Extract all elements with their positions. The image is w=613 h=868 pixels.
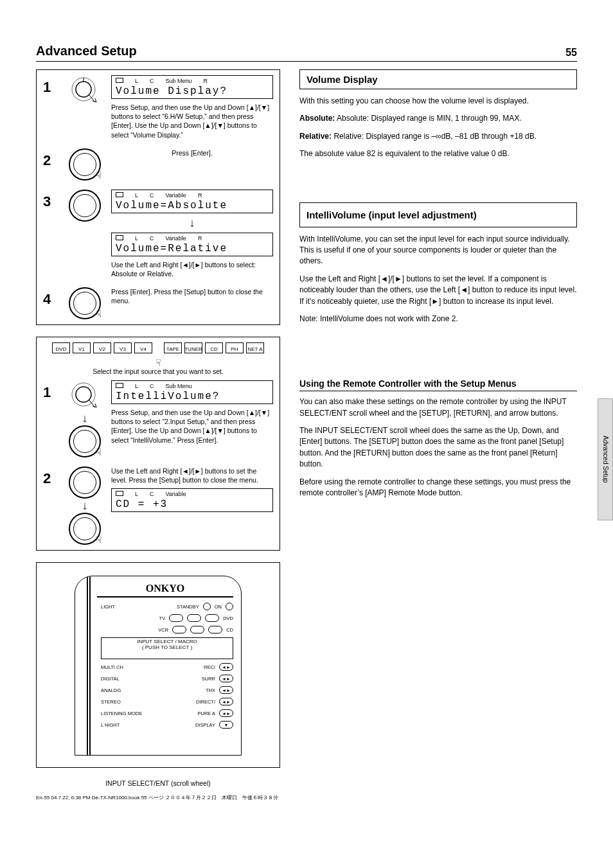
remote-arrow-button[interactable]: ◄► (219, 663, 233, 671)
input-btn[interactable]: DVD (52, 342, 70, 353)
remote-label: CD (226, 627, 233, 633)
step-text: Press Setup, and then use the Up and Dow… (111, 103, 273, 139)
step-text: Press [Enter]. (172, 148, 213, 157)
remote-label: DVD (223, 616, 233, 621)
remote-below-label: INPUT SELECT/ENT (scroll wheel) (36, 779, 280, 787)
step-number: 1 (43, 75, 58, 96)
step-number: 3 (43, 190, 58, 210)
section-head-volume-display: Volume Display (299, 69, 577, 89)
intellivolume-steps-box: DVD V1 V2 V3 V4 TAPE TUNER CD PH NET A ☟… (36, 337, 280, 551)
input-btn[interactable]: V2 (93, 342, 111, 353)
remote-screen-line: ( PUSH TO SELECT ) (103, 645, 231, 651)
remote-arrow-button[interactable]: ◄► (219, 675, 233, 682)
input-btn[interactable]: V1 (73, 342, 91, 353)
page-number: 55 (565, 47, 577, 58)
input-btn[interactable]: V3 (114, 342, 132, 353)
remote-down-button[interactable]: ▼ (219, 721, 233, 729)
remote-mode-button[interactable] (190, 626, 204, 633)
footer-meta: En-55 04.7.22, 6:38 PM De-TX-NR1000.book… (36, 794, 278, 801)
input-btn[interactable]: CD (205, 342, 223, 353)
jog-dial-icon: ☟ (69, 513, 101, 545)
jog-dial-icon: ☟ (69, 425, 101, 457)
jog-dial-icon (69, 466, 101, 499)
box2-intro: Select the input source that you want to… (43, 368, 273, 375)
remote-mode-button[interactable] (169, 614, 183, 622)
body-text: The INPUT SELECT/ENT scroll wheel does t… (299, 425, 577, 470)
standby-button[interactable] (203, 603, 211, 610)
step-text: Press Setup, and then use the Up and Dow… (111, 408, 273, 445)
remote-label: REC/ (204, 664, 215, 670)
body-text: With IntelliVolume, you can set the inpu… (299, 234, 577, 267)
remote-screen: INPUT SELECT / MACRO ( PUSH TO SELECT ) (101, 637, 233, 659)
remote-arrow-button[interactable]: ◄► (219, 709, 233, 717)
input-btn[interactable]: TAPE (164, 342, 182, 353)
body-text: With this setting you can choose how the… (299, 96, 577, 107)
jog-dial-icon: ☟ (69, 287, 101, 319)
step-text: Press [Enter]. Press the [Setup] button … (111, 287, 273, 305)
remote-arrow-button[interactable]: ◄► (219, 686, 233, 694)
remote-label: DISPLAY (195, 722, 215, 728)
arrow-down-icon: ↓ (82, 414, 88, 423)
remote-label: STANDBY (177, 604, 199, 610)
lcd-display: LCVariableR Volume=Relative (111, 233, 273, 256)
remote-label: DIRECT/ (196, 699, 215, 705)
lcd-text: Volume Display? (116, 85, 269, 97)
remote-label: ON (215, 604, 222, 610)
subhead-remote: Using the Remote Controller with the Set… (299, 378, 577, 391)
remote-label: LIGHT (101, 604, 115, 610)
header-title: Advanced Setup (36, 44, 137, 58)
remote-label: STEREO (101, 699, 121, 705)
note-text: Note: IntelliVolume does not work with Z… (299, 314, 577, 324)
body-text: Use the Left and Right [◄]/[►] buttons t… (299, 274, 577, 307)
body-text: The absolute value 82 is equivalent to t… (299, 148, 577, 159)
remote-label: SURR (202, 676, 215, 682)
remote-mode-button[interactable] (172, 626, 186, 633)
lcd-display: LCVariableR Volume=Absolute (111, 190, 273, 213)
lcd-display: LCSub Menu IntelliVolume? (111, 380, 273, 404)
body-text: Relative: Displayed range is –∞dB, –81 d… (333, 132, 537, 141)
remote-arrow-button[interactable]: ◄► (219, 698, 233, 705)
lcd-display: LCSub MenuR Volume Display? (111, 75, 273, 99)
lcd-text: Volume=Relative (116, 243, 269, 254)
label-absolute: Absolute: (299, 114, 335, 123)
on-button[interactable] (226, 603, 233, 610)
input-btn[interactable]: NET A (246, 342, 264, 353)
remote-label: PURE A (197, 711, 215, 716)
remote-mode-button[interactable] (208, 626, 222, 633)
body-text: Absolute: Displayed range is MIN, 1 thro… (337, 114, 521, 123)
input-btn[interactable]: TUNER (184, 342, 202, 353)
volume-display-steps-box: 1 LCSub MenuR Volume Display? Press Setu… (36, 69, 280, 325)
input-source-button-row: DVD V1 V2 V3 V4 TAPE TUNER CD PH NET A (43, 342, 273, 353)
remote-label: LISTENING MODE (101, 711, 142, 716)
remote-mode-button[interactable] (187, 614, 201, 622)
side-tab: Advanced Setup (598, 398, 613, 520)
remote-diagram-box: ONKYO LIGHT STANDBY ON TV DVD (36, 562, 280, 768)
input-btn[interactable]: PH (226, 342, 244, 353)
step-number: 2 (43, 466, 58, 487)
step-text: Use the Left and Right [◄]/[►] buttons t… (111, 466, 273, 484)
remote-label: ANALOG (101, 687, 121, 693)
remote-label: THX (206, 687, 215, 693)
input-btn[interactable]: V4 (134, 342, 152, 353)
lcd-text: IntelliVolume? (116, 391, 269, 402)
hand-point-icon: ☟ (43, 357, 273, 368)
arrow-down-icon: ↓ (82, 501, 88, 510)
step-number: 1 (43, 380, 58, 401)
body-text: You can also make these settings on the … (299, 396, 577, 419)
remote-body: ONKYO LIGHT STANDBY ON TV DVD (75, 576, 242, 756)
step-number: 4 (43, 287, 58, 308)
step-text: Use the Left and Right [◄]/[►] buttons t… (111, 260, 273, 278)
remote-brand: ONKYO (97, 583, 233, 598)
remote-label: MULTI CH (101, 664, 123, 670)
lcd-text: Volume=Absolute (116, 200, 269, 211)
setup-knob-icon (69, 75, 100, 106)
body-text: Before using the remote controller to ch… (299, 477, 577, 499)
setup-knob-icon (69, 380, 100, 411)
lcd-text: CD = +3 (116, 499, 269, 510)
remote-label: L NIGHT (101, 722, 120, 728)
jog-dial-icon (69, 190, 101, 222)
arrow-down-icon: ↓ (190, 218, 195, 227)
section-head-intellivolume: IntelliVolume (input level adjustment) (299, 202, 577, 227)
jog-dial-icon: ☟ (69, 148, 101, 181)
remote-mode-button[interactable] (205, 614, 219, 622)
